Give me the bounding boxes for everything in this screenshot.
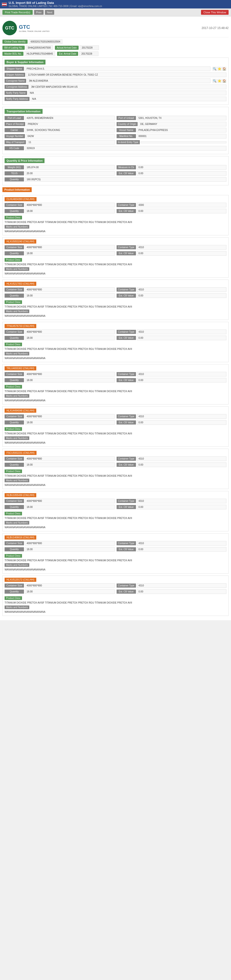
container-type-group-3: Container Type 4310: [116, 329, 227, 334]
manifest-value: 000001: [137, 134, 227, 138]
container-type-value-2: 4310: [137, 287, 227, 292]
consignee-search-icon[interactable]: 🔍: [212, 79, 217, 83]
home-icon[interactable]: 🏠: [222, 67, 226, 71]
container-size-group-4: Container Size 4000*800*800: [5, 372, 115, 376]
port-of-load-value: 42875, BREMERHAVEN: [25, 116, 115, 120]
manifest-label: Manifest No.: [116, 134, 136, 138]
product-desc-label-1: Product Desc: [5, 258, 22, 262]
country-of-origin-value: DE, GERMANY: [139, 122, 226, 126]
vessel-name-value: PHILADELPHIA EXPRESS: [137, 128, 227, 132]
doc-info-row3: Master BOL No. HLOUPR651701048845 Est. A…: [2, 51, 229, 56]
print-button[interactable]: Print Trade Record(s): [2, 10, 33, 15]
container-size-label-3: Container Size: [5, 330, 24, 334]
container-type-group-0: Container Type 4300: [116, 203, 227, 207]
container-type-value-0: 4300: [137, 203, 227, 207]
est-cb-value: 0.00: [137, 171, 227, 176]
container-size-value-0: 4000*800*800: [25, 203, 115, 207]
port-of-unload-value: 5301, HOUSTON, TX: [137, 116, 227, 120]
container-size-value-7: 4000*800*800: [25, 499, 115, 503]
shipper-address-label: Shipper Address: [5, 73, 25, 77]
container-number-7: HLBU1055430 (CN/L/HH): [5, 493, 36, 497]
next-button[interactable]: Next: [45, 10, 54, 15]
marks-text-4: WANANANANANANANANANANANA: [5, 399, 226, 402]
carrier-vessel-row: Carrier SHHK, SCHOOKS TRUCKING Vessel Na…: [5, 128, 226, 132]
container-type-value-8: 4310: [137, 541, 227, 546]
container-type-value-1: 4310: [137, 245, 227, 250]
product-qty-label-3: Quantity: [5, 336, 24, 340]
consignee-address-value: 3M CENTER MAPLEWOOD MN 55144 US: [30, 84, 226, 89]
container-number-6: FSCU5932231 (CN/L/HH): [5, 451, 37, 455]
marks-label-0: Marks and Numbers: [5, 225, 29, 229]
container-size-group-5: Container Size 4000*800*800: [5, 414, 115, 419]
container-size-row-1: Container Size 4000*800*800 Container Ty…: [5, 245, 226, 250]
product-list: CLHU4834393 (CN/L/HH) Container Size 400…: [2, 195, 229, 616]
container-size-value-9: 4000*800*800: [25, 583, 115, 588]
carrier-group: Carrier SHHK, SCHOOKS TRUCKING: [5, 128, 115, 132]
port-of-unload-group: Port of Unload 5301, HOUSTON, TX: [116, 116, 227, 120]
container-size-group-6: Container Size 4000*800*800: [5, 457, 115, 461]
marks-text-3: WANANANANANANANANANANANA: [5, 357, 226, 360]
product-desc-label-3: Product Desc: [5, 343, 22, 346]
product-info-section-title: Product Information: [2, 187, 32, 192]
marks-text-6: WANANANANANANANANANANANA: [5, 484, 226, 486]
buyer-section-title: Buyer & Supplier Information: [5, 60, 45, 65]
weight-label: Weight (KG): [5, 165, 24, 169]
shipper-name-value: PRECHEZA A.S.: [25, 67, 210, 71]
product-qty-row-2: Quantity 18.00 Est. CB Value 0.00: [5, 293, 226, 298]
container-type-label-3: Container Type: [116, 330, 136, 334]
way-of-transport-value: 11: [27, 140, 115, 145]
container-type-value-5: 4310: [137, 414, 227, 419]
product-estcb-value-9: 0.00: [137, 589, 227, 594]
container-size-label-7: Container Size: [5, 499, 24, 503]
shipper-address-row: Shipper Address 1170/24 NAMIR OR EDVARDA…: [5, 73, 226, 77]
container-type-group-5: Container Type 4310: [116, 414, 227, 419]
container-type-label-9: Container Type: [116, 584, 136, 588]
container-size-value-2: 4000*800*800: [25, 287, 115, 292]
prev-button[interactable]: Prev: [34, 10, 43, 15]
product-estcb-group-6: Est. CB Value 0.00: [116, 463, 227, 467]
container-size-label-6: Container Size: [5, 457, 24, 461]
teus-group: TEUS 20.00: [5, 171, 115, 176]
product-estcb-label-6: Est. CB Value: [116, 463, 136, 467]
container-size-group-9: Container Size 4000*800*800: [5, 583, 115, 588]
container-size-label-9: Container Size: [5, 584, 24, 588]
container-size-label-0: Container Size: [5, 203, 24, 207]
product-estcb-group-8: Est. CB Value 0.00: [116, 547, 227, 552]
product-qty-value-3: 18.00: [25, 336, 115, 340]
product-item-5: HLXU4494048 (CN/L/HH) Container Size 400…: [2, 406, 229, 447]
container-size-group-1: Container Size 4000*800*800: [5, 245, 115, 250]
vessel-name-group: Vessel Name PHILADELPHIA EXPRESS: [116, 128, 227, 132]
manifest-group: Manifest No. 000001: [116, 134, 227, 138]
product-estcb-label-8: Est. CB Value: [116, 547, 136, 551]
product-qty-group-2: Quantity 18.00: [5, 293, 115, 298]
search-icon[interactable]: 🔍: [212, 67, 217, 71]
product-desc-label-0: Product Desc: [5, 216, 22, 220]
marks-text-1: WANANANANANANANANANANANA: [5, 272, 226, 275]
product-qty-group-7: Quantity 18.00: [5, 505, 115, 509]
measure-value: 0.00: [137, 165, 227, 170]
container-size-label-1: Container Size: [5, 245, 24, 249]
product-qty-label-4: Quantity: [5, 378, 24, 382]
close-window-button[interactable]: Close This Window: [201, 10, 229, 15]
consignee-address-group: Consignee Address 3M CENTER MAPLEWOOD MN…: [5, 84, 226, 89]
product-qty-group-4: Quantity 18.00: [5, 378, 115, 382]
container-number-4: TRLU4655362 (CN/L/HH): [5, 366, 36, 371]
product-estcb-value-5: 0.00: [137, 420, 227, 425]
marks-text-8: WANANANANANANANANANANANA: [5, 568, 226, 571]
product-item-8: HLBU1406616 (CN/L/HH) Container Size 400…: [2, 533, 229, 574]
way-of-transport-group: Way of Transport 11: [5, 140, 115, 145]
logo-letters: GTC: [5, 25, 14, 31]
marks-label-4: Marks and Numbers: [5, 394, 29, 398]
container-size-label-4: Container Size: [5, 372, 24, 376]
carrier-label: Carrier: [5, 128, 24, 132]
way-transport-row: Way of Transport 11 In-bond Entry Type: [5, 140, 226, 145]
consignee-home-icon[interactable]: 🏠: [222, 79, 226, 83]
container-size-row-6: Container Size 4000*800*800 Container Ty…: [5, 457, 226, 461]
consignee-star-icon[interactable]: ⭐: [217, 79, 221, 83]
container-type-label-6: Container Type: [116, 457, 136, 461]
teus-label: TEUS: [5, 171, 24, 175]
star-icon[interactable]: ⭐: [217, 67, 221, 71]
hscode-row: HS Code 320619: [5, 146, 226, 151]
datetime-display: 2017-10-27 15:48:42: [202, 26, 229, 30]
product-qty-label-8: Quantity: [5, 547, 24, 551]
